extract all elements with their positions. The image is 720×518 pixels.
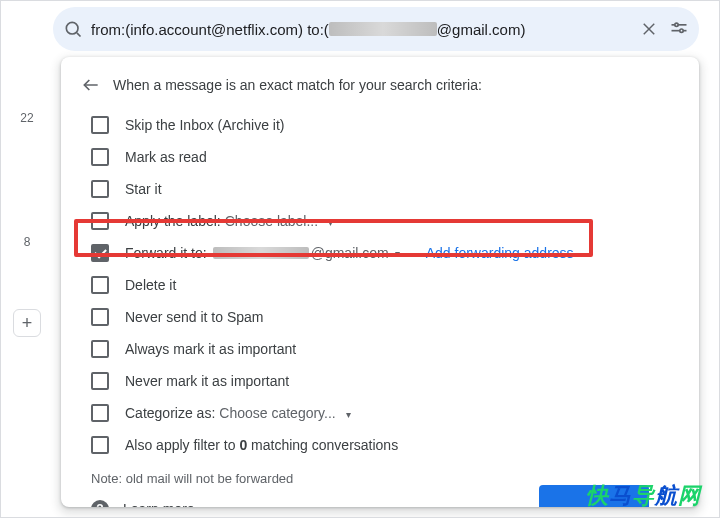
chevron-down-icon: ▾ xyxy=(346,409,351,420)
checkbox-always-important[interactable] xyxy=(91,340,109,358)
row-star: Star it xyxy=(81,173,679,205)
chevron-down-icon: ▾ xyxy=(328,217,333,228)
label-never-important: Never mark it as important xyxy=(125,373,289,389)
label-categorize: Categorize as: xyxy=(125,405,215,421)
apply-text-a: Also apply filter to xyxy=(125,437,239,453)
checkbox-delete[interactable] xyxy=(91,276,109,294)
label-mark-read: Mark as read xyxy=(125,149,207,165)
apply-text-c: matching conversations xyxy=(247,437,398,453)
add-forwarding-address-link[interactable]: Add forwarding address xyxy=(426,245,574,261)
search-options-button[interactable] xyxy=(669,19,689,39)
checkbox-archive[interactable] xyxy=(91,116,109,134)
row-delete: Delete it xyxy=(81,269,679,301)
row-never-important: Never mark it as important xyxy=(81,365,679,397)
checkbox-apply-label[interactable] xyxy=(91,212,109,230)
forward-domain: @gmail.com xyxy=(311,245,389,261)
note-text: Note: old mail will not be forwarded xyxy=(81,471,679,486)
label-forward: Forward it to: xyxy=(125,245,207,261)
svg-point-5 xyxy=(675,23,678,26)
search-query[interactable]: from:(info.account@netflix.com) to:( @gm… xyxy=(83,21,639,38)
redacted-to-address xyxy=(329,22,437,36)
redacted-forward-address xyxy=(213,247,309,259)
row-never-spam: Never send it to Spam xyxy=(81,301,679,333)
clear-search-button[interactable] xyxy=(639,19,659,39)
search-bar[interactable]: from:(info.account@netflix.com) to:( @gm… xyxy=(53,7,699,51)
learn-more-label: Learn more xyxy=(123,501,195,507)
label-archive: Skip the Inbox (Archive it) xyxy=(125,117,285,133)
row-forward: Forward it to: @gmail.com ▾ Add forwardi… xyxy=(81,237,679,269)
row-archive: Skip the Inbox (Archive it) xyxy=(81,109,679,141)
search-icon xyxy=(63,19,83,39)
label-always-important: Always mark it as important xyxy=(125,341,296,357)
svg-point-7 xyxy=(680,29,683,32)
svg-line-1 xyxy=(77,33,81,37)
rail-count-1: 22 xyxy=(20,111,33,125)
filter-action-panel: When a message is an exact match for you… xyxy=(61,57,699,507)
label-star: Star it xyxy=(125,181,162,197)
create-filter-button[interactable] xyxy=(539,485,649,507)
rail-count-2: 8 xyxy=(24,235,31,249)
checkbox-star[interactable] xyxy=(91,180,109,198)
label-also-apply: Also apply filter to 0 matching conversa… xyxy=(125,437,398,453)
search-prefix: from:(info.account@netflix.com) to:( xyxy=(91,21,329,38)
search-suffix: @gmail.com) xyxy=(437,21,526,38)
row-categorize: Categorize as: Choose category... ▾ xyxy=(81,397,679,429)
svg-point-0 xyxy=(66,22,78,34)
checkbox-also-apply[interactable] xyxy=(91,436,109,454)
checkbox-categorize[interactable] xyxy=(91,404,109,422)
dropdown-category-value: Choose category... xyxy=(219,405,335,421)
row-apply-label: Apply the label: Choose label... ▾ xyxy=(81,205,679,237)
panel-title: When a message is an exact match for you… xyxy=(113,77,482,93)
dropdown-forward-address[interactable]: @gmail.com ▾ xyxy=(211,245,400,261)
row-always-important: Always mark it as important xyxy=(81,333,679,365)
row-also-apply: Also apply filter to 0 matching conversa… xyxy=(81,429,679,461)
dropdown-label-value: Choose label... xyxy=(225,213,318,229)
checkbox-forward[interactable] xyxy=(91,244,109,262)
checkbox-mark-read[interactable] xyxy=(91,148,109,166)
label-delete: Delete it xyxy=(125,277,176,293)
checkbox-never-important[interactable] xyxy=(91,372,109,390)
help-icon: ? xyxy=(91,500,109,507)
compose-button[interactable]: + xyxy=(13,309,41,337)
label-apply-label: Apply the label: xyxy=(125,213,221,229)
checkbox-never-spam[interactable] xyxy=(91,308,109,326)
chevron-down-icon: ▾ xyxy=(395,248,400,259)
row-mark-read: Mark as read xyxy=(81,141,679,173)
label-never-spam: Never send it to Spam xyxy=(125,309,264,325)
back-button[interactable] xyxy=(81,75,109,95)
dropdown-label[interactable]: Choose label... ▾ xyxy=(225,213,333,229)
dropdown-category[interactable]: Choose category... ▾ xyxy=(219,405,350,421)
left-rail: 22 8 + xyxy=(1,61,53,517)
